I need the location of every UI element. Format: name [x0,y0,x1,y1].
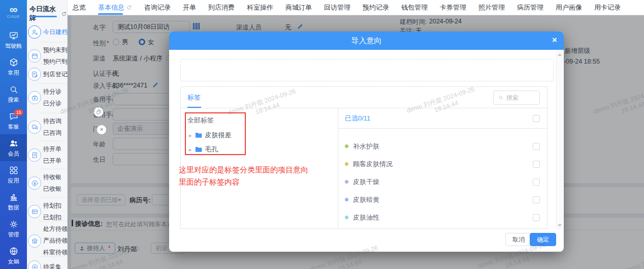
board-item-collect[interactable]: 待采集 [27,260,68,269]
gear-icon [9,219,19,229]
tab-store-consumption[interactable]: 到店消费 [208,0,235,15]
sidebar-item-label: 应用 [8,177,19,185]
profile-tab-bar: 总览 基本信息 咨询记录 开单 到店消费 科室操作 商城订单 回访管理 预约记录… [68,0,644,15]
tag-checkbox[interactable] [533,196,540,203]
close-icon: × [100,126,103,133]
refresh-icon[interactable] [126,5,132,11]
tab-wallet[interactable]: 钱包管理 [401,0,428,15]
user-add-icon [28,25,41,39]
active-board-underline [29,16,57,17]
tab-overview[interactable]: 总览 [73,0,86,15]
tab-followup[interactable]: 回访管理 [324,0,350,15]
sidebar-item-label: 驾驶舱 [5,42,22,50]
tag-search-input[interactable]: 搜索 [493,91,540,105]
select-all-checkbox[interactable] [533,115,540,122]
modal-scrollbar[interactable] [556,51,562,229]
tag-item[interactable]: 皮肤油性 [338,208,547,226]
board-item-today-filed[interactable]: 今日建档 [27,25,68,39]
tab-mall-orders[interactable]: 商城订单 [285,0,312,15]
collect-icon [28,260,41,269]
sidebar-item-service[interactable]: 15 客服 [0,107,27,134]
sidebar-item-nuwa[interactable]: 女娲 [0,242,27,269]
import-intention-modal: 导入意向 × 标签 搜索 全部标签 ▸ 皮肤很差 [169,32,564,252]
infinity-logo-icon: ∞ [10,5,18,15]
sidebar-item-common[interactable]: 常用 [0,53,27,80]
tree-node-pores[interactable]: ▸ 毛孔 [189,145,218,154]
members-icon [9,138,19,148]
tab-medical-records[interactable]: 病历管理 [517,0,543,15]
board-item-appointment[interactable]: 预约未到预约已到 [27,46,68,66]
sidebar-item-label: 数据 [8,204,19,212]
sidebar-item-manage[interactable]: 管理 [0,215,27,242]
tab-tags[interactable]: 标签 [187,93,201,102]
tag-tab-row: 标签 搜索 [181,87,547,108]
tree-node-bad-skin[interactable]: ▸ 皮肤很差 [189,131,232,140]
sidebar-item-member[interactable]: 会员 [0,134,27,161]
board-item-triage[interactable]: 待分诊已分诊 [27,87,68,108]
selected-count-row: 已选0/11 [338,108,547,129]
scroll-down-icon[interactable] [558,224,562,227]
tag-color-dot [345,144,348,148]
tab-department-ops[interactable]: 科室操作 [247,0,273,15]
cancel-button[interactable]: 取消 [505,233,532,246]
tab-coupons[interactable]: 卡券管理 [440,0,466,15]
caret-right-icon[interactable]: ▸ [189,132,192,139]
selected-count: 已选0/11 [345,114,370,123]
tag-item[interactable]: 补水护肤 [338,137,547,155]
flow-board-title: 今日流水牌 [29,5,59,23]
sidebar-item-dashboard[interactable]: 驾驶舱 [0,26,27,53]
medical-kit-icon [28,91,41,104]
tab-consult-records[interactable]: 咨询记录 [144,0,171,15]
panel-toggle-button[interactable] [93,107,104,117]
yen-coin-icon [28,176,41,190]
calendar-icon [28,49,41,63]
tab-photos[interactable]: 照片管理 [478,0,505,15]
register-doc-icon [28,68,41,81]
tab-user-portrait[interactable]: 用户画像 [556,0,582,15]
board-item-dispense[interactable]: 处方待领产品待领科室待领 [27,225,68,257]
tag-list: 已选0/11 补水护肤 顾客皮肤情况 皮肤干燥 皮肤暗黄 皮肤油性 [338,108,547,228]
tag-color-dot [345,198,348,201]
sidebar-item-search[interactable]: 搜索 [0,80,27,107]
scroll-up-icon[interactable] [558,53,562,56]
board-item-order[interactable]: 待开单已开单 [27,145,68,165]
message-count-badge: 15 [14,109,23,115]
sidebar-item-label: 会员 [8,150,19,158]
tab-appointments[interactable]: 预约记录 [363,0,389,15]
tab-card-usage[interactable]: 用卡记录 [594,0,621,15]
tag-item[interactable]: 皮肤暗黄 [338,191,547,208]
board-item-deduct[interactable]: 待划扣已划扣 [27,201,68,222]
search-icon [9,84,19,95]
tag-color-dot [345,180,348,184]
tag-checkbox[interactable] [533,161,540,168]
close-icon[interactable]: × [552,35,557,45]
modal-header: 导入意向 × [169,32,564,50]
board-item-cashier[interactable]: 待收银已收银 [27,173,68,193]
selected-tags-dropzone[interactable] [180,59,554,81]
modal-title: 导入意向 [351,36,382,46]
sidebar-item-apps[interactable]: 应用 [0,161,27,188]
confirm-button[interactable]: 确定 [530,233,556,246]
sidebar-item-label: 常用 [8,69,19,77]
folder-icon [195,132,202,138]
tag-color-dot [345,216,348,219]
tag-item[interactable]: 皮肤干燥 [338,173,547,191]
board-item-checkin[interactable]: 到店登记 [27,68,68,81]
refresh-icon[interactable] [61,11,67,17]
sidebar-item-label: 女娲 [8,258,19,265]
close-panel-button[interactable]: × [96,125,107,135]
receipt-icon [28,148,41,162]
tag-checkbox[interactable] [533,143,540,150]
tag-picker-panel: 标签 搜索 全部标签 ▸ 皮肤很差 ▸ 毛孔 [180,86,548,229]
tab-billing[interactable]: 开单 [183,0,196,15]
sidebar-item-data[interactable]: 数据 [0,188,27,215]
pos-machine-icon [28,205,41,218]
tag-item[interactable]: 顾客皮肤情况 [338,155,547,173]
tag-checkbox[interactable] [533,178,540,186]
app-logo: ∞ CIGUE [0,0,27,26]
tab-basic-info[interactable]: 基本信息 [98,0,132,15]
board-item-consult[interactable]: 待咨询已咨询 [27,117,68,137]
tag-checkbox[interactable] [533,214,540,221]
caret-right-icon[interactable]: ▸ [189,146,192,153]
sidebar-item-label: 管理 [8,231,19,238]
